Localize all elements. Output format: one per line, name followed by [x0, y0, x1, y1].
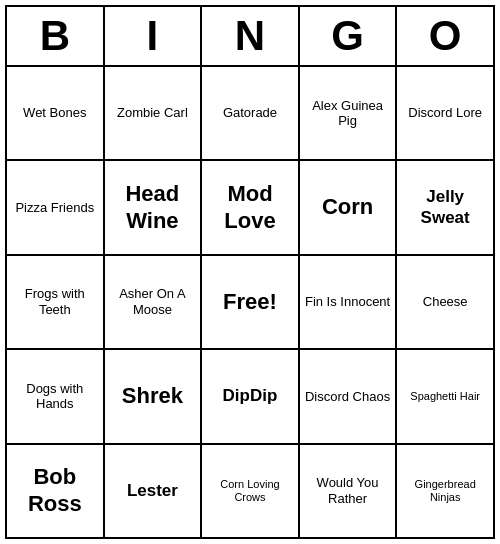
header-letter: N — [202, 7, 300, 65]
bingo-cell: Discord Chaos — [300, 350, 398, 442]
bingo-row: Bob RossLesterCorn Loving CrowsWould You… — [7, 445, 493, 537]
bingo-cell: Bob Ross — [7, 445, 105, 537]
bingo-row: Wet BonesZombie CarlGatoradeAlex Guinea … — [7, 67, 493, 161]
bingo-cell: Fin Is Innocent — [300, 256, 398, 348]
bingo-cell: DipDip — [202, 350, 300, 442]
bingo-cell: Discord Lore — [397, 67, 493, 159]
bingo-cell: Asher On A Moose — [105, 256, 203, 348]
bingo-cell: Gatorade — [202, 67, 300, 159]
header-letter: G — [300, 7, 398, 65]
bingo-cell: Zombie Carl — [105, 67, 203, 159]
bingo-cell: Gingerbread Ninjas — [397, 445, 493, 537]
bingo-cell: Cheese — [397, 256, 493, 348]
bingo-cell: Pizza Friends — [7, 161, 105, 253]
bingo-cell: Mod Love — [202, 161, 300, 253]
bingo-cell: Alex Guinea Pig — [300, 67, 398, 159]
header-letter: I — [105, 7, 203, 65]
bingo-row: Dogs with HandsShrekDipDipDiscord ChaosS… — [7, 350, 493, 444]
bingo-header: BINGO — [7, 7, 493, 67]
bingo-cell: Lester — [105, 445, 203, 537]
bingo-cell: Corn Loving Crows — [202, 445, 300, 537]
bingo-cell: Shrek — [105, 350, 203, 442]
bingo-cell: Spaghetti Hair — [397, 350, 493, 442]
bingo-cell: Dogs with Hands — [7, 350, 105, 442]
bingo-cell: Corn — [300, 161, 398, 253]
bingo-cell: Would You Rather — [300, 445, 398, 537]
bingo-cell: Frogs with Teeth — [7, 256, 105, 348]
header-letter: O — [397, 7, 493, 65]
bingo-card: BINGO Wet BonesZombie CarlGatoradeAlex G… — [5, 5, 495, 539]
bingo-cell: Head Wine — [105, 161, 203, 253]
bingo-grid: Wet BonesZombie CarlGatoradeAlex Guinea … — [7, 67, 493, 537]
bingo-cell: Wet Bones — [7, 67, 105, 159]
bingo-cell: Free! — [202, 256, 300, 348]
header-letter: B — [7, 7, 105, 65]
bingo-cell: Jelly Sweat — [397, 161, 493, 253]
bingo-row: Pizza FriendsHead WineMod LoveCornJelly … — [7, 161, 493, 255]
bingo-row: Frogs with TeethAsher On A MooseFree!Fin… — [7, 256, 493, 350]
